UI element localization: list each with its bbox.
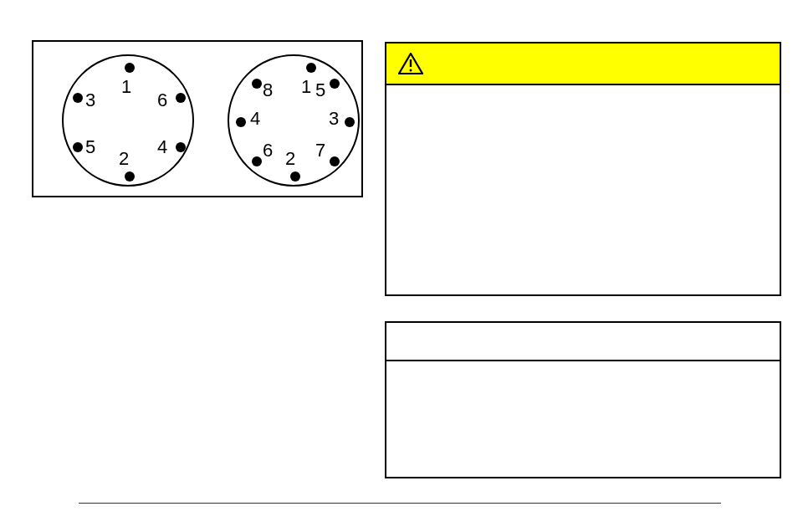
dot (330, 156, 340, 166)
pattern-label: 5 (85, 136, 95, 158)
bolt-pattern-diagram: 1 2 3 4 5 6 1 2 3 4 5 6 7 8 (32, 40, 363, 197)
pattern-label: 2 (285, 148, 295, 170)
dot (252, 156, 262, 166)
dot (306, 63, 316, 73)
pattern-label: 5 (315, 79, 325, 101)
dot (330, 79, 340, 89)
dot (252, 79, 262, 89)
pattern-label: 3 (85, 90, 95, 111)
dot (236, 117, 246, 127)
pattern-label: 8 (263, 79, 273, 101)
dot (125, 171, 135, 182)
pattern-label: 6 (263, 140, 273, 161)
dot (73, 142, 83, 152)
warning-panel (385, 42, 781, 296)
footer-divider (79, 503, 721, 504)
dot (125, 63, 135, 73)
warning-header (386, 43, 780, 85)
dot (290, 171, 300, 182)
pattern-label: 1 (301, 76, 311, 98)
pattern-label: 3 (329, 108, 339, 130)
svg-point-2 (410, 69, 412, 72)
pattern-label: 4 (157, 136, 167, 158)
pattern-label: 6 (157, 90, 167, 111)
dot (176, 93, 186, 103)
pattern-label: 2 (119, 148, 129, 170)
pattern-label: 1 (121, 76, 131, 98)
dot (73, 93, 83, 103)
pattern-label: 7 (315, 140, 325, 161)
info-header (386, 323, 780, 361)
pattern-label: 4 (250, 108, 260, 130)
warning-triangle-icon (398, 53, 423, 74)
dot (345, 117, 355, 127)
dot (176, 142, 186, 152)
pattern-circle-6: 1 2 3 4 5 6 (62, 54, 194, 187)
info-panel (385, 321, 781, 478)
pattern-circle-8: 1 2 3 4 5 6 7 8 (228, 54, 360, 187)
